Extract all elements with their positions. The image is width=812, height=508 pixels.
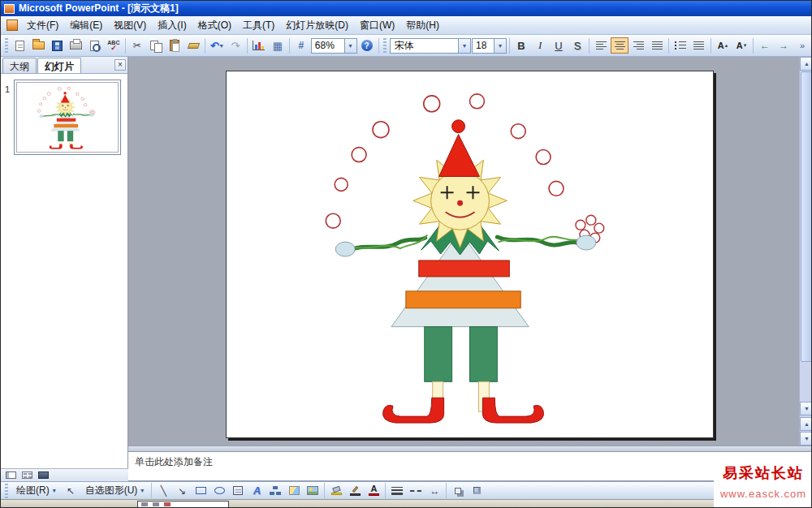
print-button[interactable] xyxy=(67,37,85,54)
text-box-button[interactable] xyxy=(229,483,247,499)
format-painter-button[interactable] xyxy=(184,37,202,54)
next-slide-button[interactable]: ▼ xyxy=(800,432,812,446)
cut-button[interactable]: ✂ xyxy=(128,37,146,54)
notes-placeholder[interactable]: 单击此处添加备注 xyxy=(135,456,213,467)
show-grid-button[interactable]: # xyxy=(292,37,310,54)
zoom-dropdown-icon[interactable]: ▾ xyxy=(344,39,356,53)
more-icon: » xyxy=(800,41,805,50)
hat[interactable] xyxy=(439,135,480,177)
orange-stripe[interactable] xyxy=(406,291,520,308)
line-tool-button[interactable]: ╲ xyxy=(154,483,172,499)
menu-window[interactable]: 窗口(W) xyxy=(354,16,400,35)
menu-insert[interactable]: 插入(I) xyxy=(152,16,192,35)
3d-style-button[interactable] xyxy=(468,483,486,499)
line-color-button[interactable] xyxy=(346,483,364,499)
menu-edit[interactable]: 编辑(E) xyxy=(64,16,108,35)
close-panel-button[interactable]: × xyxy=(114,59,126,71)
oval-tool-button[interactable] xyxy=(210,483,228,499)
demote-button[interactable]: → xyxy=(775,37,793,54)
print-preview-button[interactable] xyxy=(86,37,104,54)
menu-help[interactable]: 帮助(H) xyxy=(400,16,445,35)
vertical-scrollbar[interactable]: ▲ ▼ ▲ ▼ xyxy=(799,57,812,446)
menu-file[interactable]: 文件(F) xyxy=(21,16,64,35)
left-hand[interactable] xyxy=(335,242,355,256)
arrow-tool-button[interactable]: ↘ xyxy=(173,483,191,499)
shadow-style-button[interactable] xyxy=(449,483,467,499)
line-spacing-button[interactable] xyxy=(690,37,708,54)
red-stripe[interactable] xyxy=(419,260,510,277)
arrow-style-button[interactable]: ↔ xyxy=(425,483,443,499)
justify-button[interactable] xyxy=(648,37,666,54)
save-button[interactable] xyxy=(49,37,67,54)
increase-font-button[interactable]: A ▴ xyxy=(714,37,732,54)
font-name-combobox[interactable]: 宋体 ▾ xyxy=(390,38,471,54)
slideshow-view-button[interactable] xyxy=(36,470,50,480)
separator xyxy=(753,38,754,54)
font-size-combobox[interactable]: 18 ▾ xyxy=(472,38,507,54)
drawing-toolbar-grip[interactable] xyxy=(5,484,8,498)
promote-button[interactable]: ← xyxy=(756,37,774,54)
chart-icon xyxy=(253,41,265,50)
scroll-up-button[interactable]: ▲ xyxy=(800,57,812,71)
menu-view[interactable]: 视图(V) xyxy=(108,16,152,35)
select-objects-button[interactable]: ↖ xyxy=(62,483,80,499)
slide-canvas[interactable] xyxy=(226,71,714,438)
dash-style-button[interactable] xyxy=(407,483,425,499)
underline-button[interactable]: U xyxy=(550,37,568,54)
bold-button[interactable]: B xyxy=(512,37,530,54)
align-left-button[interactable] xyxy=(592,37,610,54)
wordart-button[interactable]: A xyxy=(248,483,266,499)
insert-table-button[interactable]: ▦ xyxy=(269,37,287,54)
undo-button[interactable]: ↶ ▾ xyxy=(208,37,226,54)
rectangle-tool-button[interactable] xyxy=(192,483,209,499)
menu-format[interactable]: 格式(O) xyxy=(192,16,237,35)
toolbar-grip[interactable] xyxy=(5,38,8,53)
decrease-font-button[interactable]: A ▾ xyxy=(732,37,750,54)
align-center-button[interactable] xyxy=(611,37,628,54)
insert-clipart-button[interactable] xyxy=(285,483,303,499)
copy-button[interactable] xyxy=(147,37,165,54)
insert-diagram-button[interactable] xyxy=(266,483,284,499)
spelling-button[interactable]: ABC ✓ xyxy=(105,37,123,54)
font-size-dropdown-icon[interactable]: ▾ xyxy=(494,39,506,53)
normal-view-button[interactable] xyxy=(3,470,18,480)
notes-splitter[interactable] xyxy=(128,446,812,451)
menu-slideshow[interactable]: 幻灯片放映(D) xyxy=(280,16,354,35)
fill-color-button[interactable] xyxy=(327,483,345,499)
line-style-button[interactable] xyxy=(388,483,406,499)
notes-pane[interactable]: 单击此处添加备注 xyxy=(128,451,812,481)
shoes[interactable] xyxy=(383,398,544,423)
toolbar-options-button[interactable]: » xyxy=(793,37,811,54)
previous-slide-button[interactable]: ▲ xyxy=(800,417,812,431)
slide-sorter-view-button[interactable] xyxy=(19,470,34,480)
help-button[interactable]: ? xyxy=(358,37,376,54)
slide-thumbnail[interactable] xyxy=(14,80,121,155)
text-shadow-button[interactable]: S xyxy=(568,37,586,54)
nose[interactable] xyxy=(457,200,463,206)
ime-toolbar[interactable] xyxy=(137,501,229,508)
font-color-button[interactable]: A xyxy=(365,483,382,499)
italic-button[interactable]: I xyxy=(531,37,549,54)
clown-drawing[interactable] xyxy=(227,71,713,437)
tab-slides[interactable]: 幻灯片 xyxy=(37,58,81,73)
right-hand[interactable] xyxy=(577,235,596,250)
scroll-down-button[interactable]: ▼ xyxy=(800,402,812,415)
paste-button[interactable] xyxy=(166,37,184,54)
numbered-list-button[interactable] xyxy=(672,37,689,54)
font-dropdown-icon[interactable]: ▾ xyxy=(458,39,470,53)
new-button[interactable] xyxy=(11,37,29,54)
scrollbar-thumb[interactable] xyxy=(801,71,812,362)
tab-outline[interactable]: 大纲 xyxy=(2,58,37,73)
redo-button[interactable]: ↷ xyxy=(227,37,244,54)
align-right-button[interactable] xyxy=(629,37,647,54)
autoshapes-menu-button[interactable]: 自选图形(U) ▾ xyxy=(80,481,149,500)
formatting-toolbar-grip[interactable] xyxy=(383,38,387,53)
menu-tools[interactable]: 工具(T) xyxy=(237,16,280,35)
insert-chart-button[interactable] xyxy=(250,37,268,54)
open-button[interactable] xyxy=(30,37,48,54)
hat-ball[interactable] xyxy=(452,120,465,133)
powerpoint-app-icon xyxy=(4,4,15,14)
zoom-combobox[interactable]: 68% ▾ xyxy=(311,38,357,54)
insert-picture-button[interactable] xyxy=(304,483,322,499)
draw-menu-button[interactable]: 绘图(R) ▾ xyxy=(11,481,61,500)
